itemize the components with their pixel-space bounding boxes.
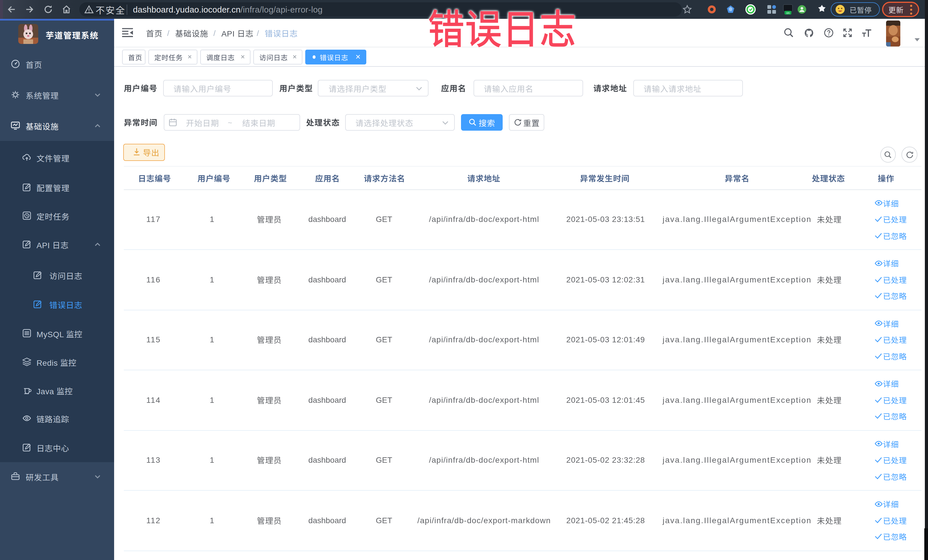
svg-text:on: on <box>786 11 790 15</box>
